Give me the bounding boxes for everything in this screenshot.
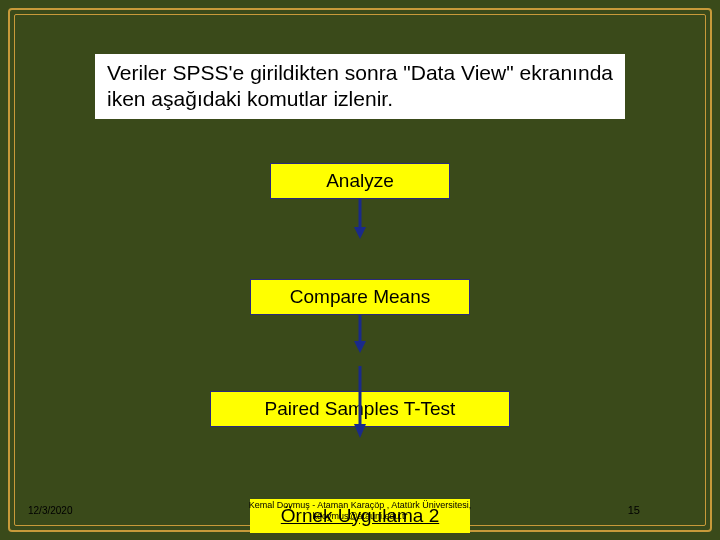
step-compare-means: Compare Means	[250, 279, 470, 315]
svg-marker-5	[354, 424, 366, 438]
footer-credit: Kemal Doymuş - Ataman Karaçöp , Atatürk …	[0, 500, 720, 522]
footer-credit-line2: kdoymus@atauni.edu.tr	[312, 511, 407, 521]
arrow-down-icon	[350, 199, 370, 239]
slide-content: Veriler SPSS'e girildikten sonra "Data V…	[0, 0, 720, 540]
svg-marker-3	[354, 341, 366, 353]
svg-marker-1	[354, 227, 366, 239]
arrow-down-icon	[350, 366, 370, 438]
footer-page-number: 15	[628, 504, 640, 516]
arrow-down-icon	[350, 315, 370, 353]
step-analyze: Analyze	[270, 163, 450, 199]
footer-credit-line1: Kemal Doymuş - Ataman Karaçöp , Atatürk …	[249, 500, 472, 510]
intro-text: Veriler SPSS'e girildikten sonra "Data V…	[95, 54, 625, 119]
